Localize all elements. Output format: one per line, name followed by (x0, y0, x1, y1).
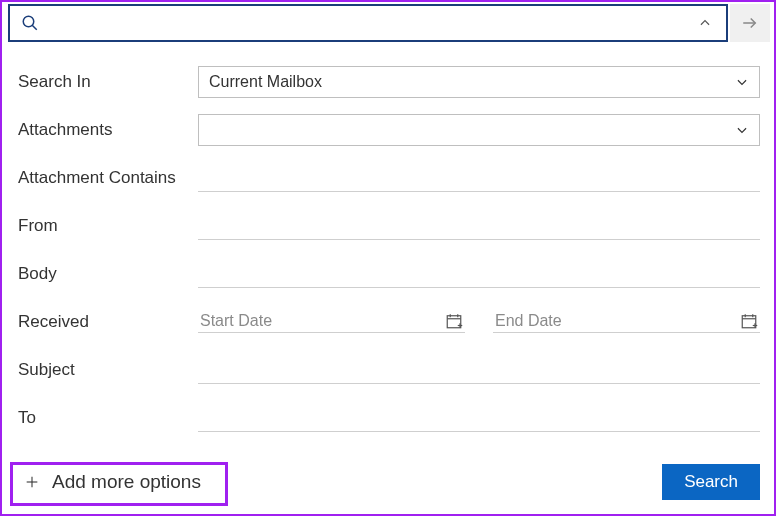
attachment-contains-input[interactable] (198, 165, 760, 192)
search-in-label: Search In (18, 72, 198, 92)
received-end-date[interactable]: End Date (493, 312, 760, 333)
attachment-contains-label: Attachment Contains (18, 168, 198, 188)
chevron-down-icon (735, 75, 749, 89)
calendar-icon (445, 312, 463, 330)
add-more-label: Add more options (52, 471, 201, 493)
collapse-icon[interactable] (690, 16, 720, 30)
svg-line-1 (32, 25, 37, 30)
body-input[interactable] (198, 261, 760, 288)
search-bar[interactable] (8, 4, 728, 42)
submit-search-button[interactable] (730, 4, 770, 42)
end-date-placeholder: End Date (495, 312, 562, 330)
search-input[interactable] (44, 10, 690, 36)
background-peek (770, 150, 778, 200)
from-label: From (18, 216, 198, 236)
start-date-placeholder: Start Date (200, 312, 272, 330)
from-input[interactable] (198, 213, 760, 240)
received-start-date[interactable]: Start Date (198, 312, 465, 333)
attachments-select[interactable] (198, 114, 760, 146)
subject-input[interactable] (198, 357, 760, 384)
to-input[interactable] (198, 405, 760, 432)
add-more-options-button[interactable]: Add more options (14, 465, 211, 499)
received-label: Received (18, 312, 198, 332)
search-icon (16, 14, 44, 32)
search-in-select[interactable]: Current Mailbox (198, 66, 760, 98)
to-label: To (18, 408, 198, 428)
advanced-search-form: Search In Current Mailbox Attachments At… (18, 58, 760, 442)
svg-point-0 (23, 16, 34, 27)
plus-icon (24, 474, 40, 490)
body-label: Body (18, 264, 198, 284)
search-in-value: Current Mailbox (209, 73, 322, 91)
attachments-label: Attachments (18, 120, 198, 140)
calendar-icon (740, 312, 758, 330)
subject-label: Subject (18, 360, 198, 380)
chevron-down-icon (735, 123, 749, 137)
search-button[interactable]: Search (662, 464, 760, 500)
